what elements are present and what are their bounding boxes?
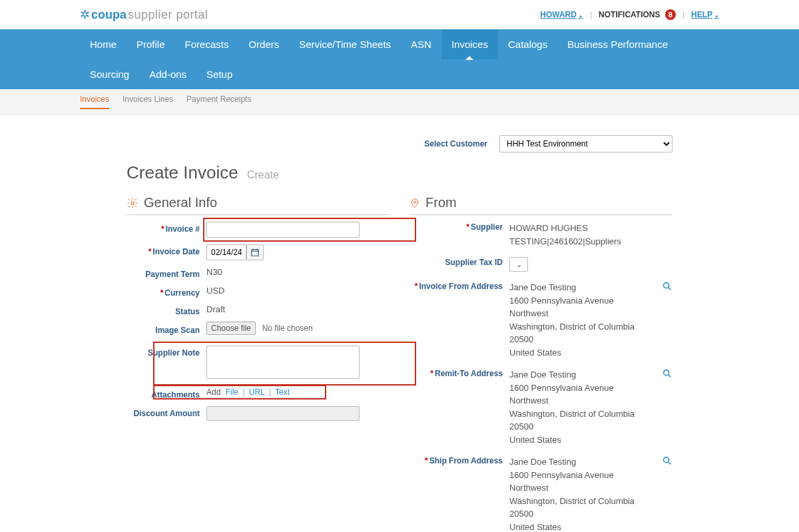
select-customer-label: Select Customer	[424, 139, 487, 148]
nav-item-sourcing[interactable]: Sourcing	[80, 59, 139, 89]
attachments-add-label: Add	[206, 388, 220, 397]
help-label: HELP	[691, 10, 712, 19]
svg-point-3	[664, 283, 669, 288]
addr-line2: Northwest	[509, 307, 672, 320]
svg-point-0	[131, 201, 134, 204]
help-menu[interactable]: HELP⌄	[691, 10, 719, 19]
value-currency: USD	[206, 286, 390, 296]
addr-country: United States	[509, 346, 672, 360]
addr-postal: 20500	[509, 507, 672, 521]
value-payment-term: N30	[206, 267, 390, 277]
section-heading-from: From	[425, 195, 457, 210]
file-status: No file chosen	[262, 324, 313, 333]
value-supplier: HOWARD HUGHES TESTING|2461602|Suppliers	[509, 222, 672, 248]
addr-line2: Northwest	[509, 481, 672, 495]
user-name: HOWARD	[540, 10, 577, 19]
nav-item-setup[interactable]: Setup	[196, 59, 242, 89]
svg-point-5	[664, 457, 669, 463]
page-title: Create Invoice Create	[127, 162, 672, 183]
subnav-item-payment-receipts[interactable]: Payment Receipts	[186, 95, 251, 109]
label-status: Status	[175, 307, 200, 316]
addr-line1: 1600 Pennsylvania Avenue	[509, 382, 672, 395]
select-customer-dropdown[interactable]: HHH Test Environment	[499, 135, 672, 152]
label-payment-term: Payment Term	[145, 270, 200, 279]
search-icon[interactable]	[662, 455, 672, 466]
nav-item-add-ons[interactable]: Add-ons	[139, 59, 196, 89]
calendar-icon[interactable]	[246, 244, 264, 260]
label-supplier: Supplier	[471, 222, 503, 232]
addr-name: Jane Doe Testing	[509, 281, 672, 294]
chevron-down-icon: ⌄	[578, 11, 583, 19]
section-heading-general: General Info	[144, 195, 217, 210]
label-invoice-date: Invoice Date	[152, 247, 200, 256]
invoice-date-input[interactable]	[206, 244, 246, 260]
addr-name: Jane Doe Testing	[509, 368, 672, 382]
nav-item-invoices[interactable]: Invoices	[441, 29, 498, 59]
supplier-tax-id-dropdown[interactable]: ⌄	[509, 257, 528, 272]
label-ship-from: Ship From Address	[429, 456, 503, 465]
logo-icon: ✲	[80, 7, 89, 22]
addr-city: Washington, District of Columbia	[509, 407, 672, 421]
supplier-note-textarea[interactable]	[206, 346, 360, 379]
label-currency: Currency	[164, 288, 200, 298]
addr-country: United States	[509, 521, 672, 533]
attachment-text-link[interactable]: Text	[275, 388, 290, 397]
subnav-item-invoices-lines[interactable]: Invoices Lines	[123, 95, 173, 109]
value-status: Draft	[206, 304, 390, 314]
page-subtitle: Create	[247, 169, 279, 180]
svg-point-2	[413, 201, 415, 203]
svg-point-4	[664, 370, 669, 376]
label-invoice-from: Invoice From Address	[419, 282, 503, 291]
label-discount: Discount Amount	[133, 409, 200, 418]
addr-line1: 1600 Pennsylvania Avenue	[509, 294, 672, 308]
invoice-number-input[interactable]	[206, 222, 360, 238]
user-menu[interactable]: HOWARD⌄	[540, 10, 583, 19]
addr-name: Jane Doe Testing	[509, 455, 672, 469]
chevron-down-icon: ⌄	[714, 11, 719, 19]
label-image-scan: Image Scan	[155, 326, 200, 335]
addr-line1: 1600 Pennsylvania Avenue	[509, 469, 672, 482]
divider: |	[682, 10, 684, 19]
location-pin-icon	[409, 196, 420, 210]
logo-subtitle: supplier portal	[128, 8, 208, 22]
nav-item-home[interactable]: Home	[80, 29, 127, 59]
notifications-label: NOTIFICATIONS	[599, 10, 660, 19]
addr-postal: 20500	[509, 420, 672, 433]
label-attachments: Attachments	[151, 390, 200, 399]
logo: ✲ coupa supplier portal	[80, 7, 208, 22]
addr-city: Washington, District of Columbia	[509, 495, 672, 508]
choose-file-button[interactable]: Choose file	[206, 322, 256, 335]
addr-postal: 20500	[509, 333, 672, 346]
svg-rect-1	[252, 250, 259, 256]
nav-item-orders[interactable]: Orders	[238, 29, 289, 59]
nav-item-forecasts[interactable]: Forecasts	[175, 29, 239, 59]
addr-line2: Northwest	[509, 394, 672, 407]
gear-icon	[127, 197, 138, 209]
attachment-file-link[interactable]: File	[226, 388, 238, 397]
nav-item-service-time-sheets[interactable]: Service/Time Sheets	[289, 29, 401, 59]
search-icon[interactable]	[662, 368, 672, 379]
notifications-link[interactable]: NOTIFICATIONS 8	[599, 9, 676, 20]
attachment-url-link[interactable]: URL	[249, 388, 265, 397]
notifications-badge: 8	[665, 9, 676, 20]
label-invoice-no: Invoice #	[166, 224, 200, 234]
logo-brand: coupa	[91, 8, 127, 22]
page-title-text: Create Invoice	[127, 162, 238, 182]
nav-item-asn[interactable]: ASN	[401, 29, 441, 59]
subnav-item-invoices[interactable]: Invoices	[80, 95, 109, 109]
label-remit-to: Remit-To Address	[435, 369, 503, 378]
divider: |	[590, 10, 592, 19]
discount-input[interactable]	[206, 406, 360, 421]
search-icon[interactable]	[662, 281, 672, 292]
addr-country: United States	[509, 433, 672, 447]
nav-item-profile[interactable]: Profile	[127, 29, 175, 59]
nav-item-business-performance[interactable]: Business Performance	[557, 29, 678, 59]
label-supplier-tax-id: Supplier Tax ID	[445, 258, 503, 267]
label-supplier-note: Supplier Note	[148, 348, 200, 358]
nav-item-catalogs[interactable]: Catalogs	[498, 29, 557, 59]
addr-city: Washington, District of Columbia	[509, 320, 672, 334]
